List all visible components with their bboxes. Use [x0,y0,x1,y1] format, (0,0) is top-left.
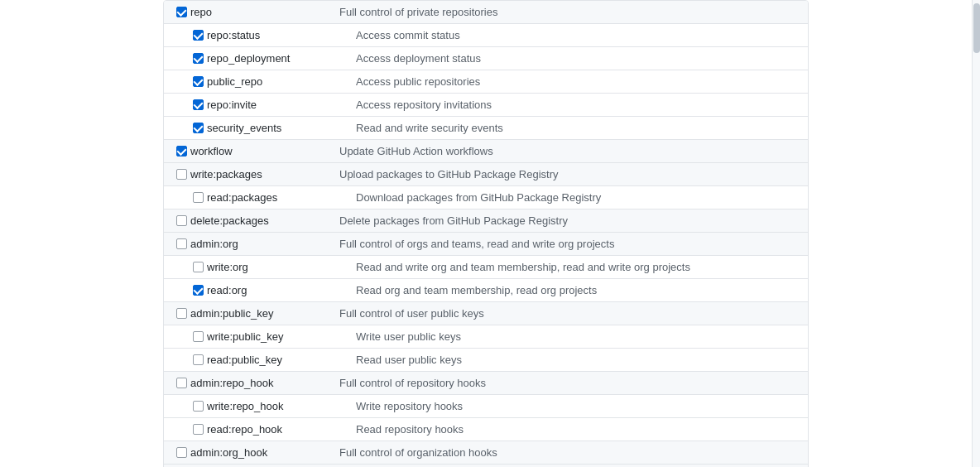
perm-desc-delete:packages: Delete packages from GitHub Package Regi… [339,214,800,227]
perm-name-repo:invite: repo:invite [207,99,356,111]
checkbox-read:public_key[interactable] [193,354,204,365]
checkbox-admin:repo_hook[interactable] [176,378,187,388]
checkbox-repo:status[interactable] [193,30,204,41]
perm-row-read:org: read:orgRead org and team membership, re… [164,279,808,302]
perm-row-write:public_key: write:public_keyWrite user public keys [164,325,808,349]
perm-desc-admin:org: Full control of orgs and teams, read and… [339,238,800,250]
checkbox-cell [172,7,190,17]
checkbox-cell [189,99,207,110]
perm-desc-admin:org_hook: Full control of organization hooks [339,446,800,459]
checkbox-cell [189,76,207,87]
perm-name-public_repo: public_repo [207,75,356,88]
perm-row-repo_deployment: repo_deploymentAccess deployment status [164,47,808,70]
perm-name-read:public_key: read:public_key [207,354,356,366]
checkbox-cell [189,30,207,41]
checkbox-admin:org_hook[interactable] [176,447,187,458]
checkbox-cell [189,53,207,64]
perm-name-workflow: workflow [190,145,339,157]
checkbox-workflow[interactable] [176,146,187,156]
checkbox-public_repo[interactable] [193,76,204,87]
page-container: repoFull control of private repositories… [0,0,980,467]
checkbox-cell [189,192,207,203]
perm-desc-repo: Full control of private repositories [339,6,800,18]
perm-desc-write:public_key: Write user public keys [356,330,800,343]
permissions-table: repoFull control of private repositories… [163,0,809,467]
perm-row-read:repo_hook: read:repo_hookRead repository hooks [164,418,808,441]
checkbox-delete:packages[interactable] [176,215,187,226]
perm-row-read:public_key: read:public_keyRead user public keys [164,349,808,372]
perm-desc-security_events: Read and write security events [356,122,800,134]
checkbox-write:packages[interactable] [176,169,187,180]
perm-name-write:org: write:org [207,261,356,273]
checkbox-cell [189,331,207,342]
checkbox-cell [189,123,207,133]
perm-name-admin:org_hook: admin:org_hook [190,446,339,459]
checkbox-write:org[interactable] [193,262,204,272]
checkbox-write:repo_hook[interactable] [193,401,204,412]
perm-row-write:packages: write:packagesUpload packages to GitHub … [164,163,808,186]
checkbox-cell [189,401,207,412]
perm-name-read:repo_hook: read:repo_hook [207,423,356,436]
checkbox-cell [172,146,190,156]
perm-row-admin:org_hook: admin:org_hookFull control of organizati… [164,441,808,465]
perm-row-public_repo: public_repoAccess public repositories [164,70,808,94]
checkbox-cell [189,262,207,272]
perm-desc-admin:public_key: Full control of user public keys [339,307,800,320]
perm-name-read:packages: read:packages [207,191,356,204]
checkbox-cell [189,354,207,365]
perm-desc-read:repo_hook: Read repository hooks [356,423,800,436]
perm-row-admin:public_key: admin:public_keyFull control of user pub… [164,302,808,325]
perm-row-admin:org: admin:orgFull control of orgs and teams,… [164,233,808,256]
perm-row-repo:status: repo:statusAccess commit status [164,24,808,47]
perm-name-admin:repo_hook: admin:repo_hook [190,377,339,389]
checkbox-cell [172,169,190,180]
perm-name-read:org: read:org [207,284,356,296]
perm-name-admin:org: admin:org [190,238,339,250]
perm-desc-repo_deployment: Access deployment status [356,52,800,65]
perm-row-admin:repo_hook: admin:repo_hookFull control of repositor… [164,372,808,395]
perm-name-repo:status: repo:status [207,29,356,41]
checkbox-cell [172,447,190,458]
perm-row-write:repo_hook: write:repo_hookWrite repository hooks [164,395,808,418]
checkbox-cell [172,238,190,249]
scrollbar-thumb[interactable] [973,3,980,53]
perm-row-repo:invite: repo:inviteAccess repository invitations [164,94,808,117]
perm-name-admin:public_key: admin:public_key [190,307,339,320]
perm-desc-workflow: Update GitHub Action workflows [339,145,800,157]
checkbox-read:packages[interactable] [193,192,204,203]
perm-name-write:public_key: write:public_key [207,330,356,343]
checkbox-repo_deployment[interactable] [193,53,204,64]
perm-name-write:packages: write:packages [190,168,339,181]
checkbox-read:org[interactable] [193,285,204,296]
checkbox-admin:public_key[interactable] [176,308,187,319]
perm-name-security_events: security_events [207,122,356,134]
perm-desc-write:packages: Upload packages to GitHub Package Regist… [339,168,800,181]
perm-desc-write:repo_hook: Write repository hooks [356,400,800,412]
checkbox-cell [189,424,207,435]
perm-desc-read:packages: Download packages from GitHub Package Re… [356,191,800,204]
perm-name-repo: repo [190,6,339,18]
perm-row-security_events: security_eventsRead and write security e… [164,117,808,140]
perm-row-write:org: write:orgRead and write org and team mem… [164,256,808,279]
scrollbar[interactable] [972,0,980,467]
perm-desc-read:public_key: Read user public keys [356,354,800,366]
checkbox-write:public_key[interactable] [193,331,204,342]
checkbox-repo[interactable] [176,7,187,17]
checkbox-read:repo_hook[interactable] [193,424,204,435]
perm-row-workflow: workflowUpdate GitHub Action workflows [164,140,808,163]
checkbox-security_events[interactable] [193,123,204,133]
checkbox-cell [172,308,190,319]
checkbox-admin:org[interactable] [176,238,187,249]
checkbox-repo:invite[interactable] [193,99,204,110]
perm-row-delete:packages: delete:packagesDelete packages from GitH… [164,209,808,233]
perm-desc-read:org: Read org and team membership, read org p… [356,284,800,296]
perm-row-repo: repoFull control of private repositories [164,1,808,24]
perm-name-write:repo_hook: write:repo_hook [207,400,356,412]
perm-desc-public_repo: Access public repositories [356,75,800,88]
perm-name-repo_deployment: repo_deployment [207,52,356,65]
checkbox-cell [172,378,190,388]
perm-desc-repo:status: Access commit status [356,29,800,41]
checkbox-cell [172,215,190,226]
perm-desc-repo:invite: Access repository invitations [356,99,800,111]
perm-desc-write:org: Read and write org and team membership, … [356,261,800,273]
